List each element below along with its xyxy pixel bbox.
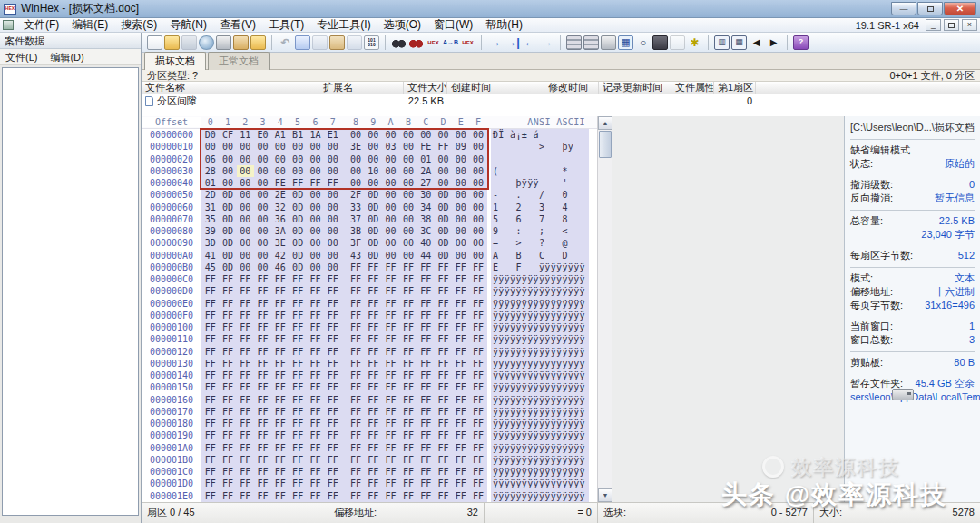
hex-byte[interactable]: FF: [254, 333, 271, 345]
hex-byte[interactable]: FF: [399, 466, 416, 478]
hex-byte[interactable]: FF: [417, 442, 435, 454]
hex-byte[interactable]: FF: [289, 418, 306, 429]
hex-byte[interactable]: FF: [365, 466, 382, 478]
hex-byte[interactable]: FF: [219, 429, 236, 441]
hex-byte[interactable]: FF: [435, 321, 452, 333]
ascii-text[interactable]: 9 : ; <: [491, 225, 589, 237]
hex-byte[interactable]: 00: [452, 129, 469, 141]
hex-byte[interactable]: FF: [417, 333, 435, 345]
hex-byte[interactable]: FF: [254, 346, 271, 358]
ascii-text[interactable]: ÐÏ à¡± á: [491, 129, 589, 141]
hex-byte[interactable]: 45: [201, 262, 219, 273]
hex-byte[interactable]: 00: [254, 189, 271, 201]
hex-byte[interactable]: FF: [365, 478, 382, 489]
hex-byte[interactable]: 00: [347, 165, 364, 177]
hex-byte[interactable]: FF: [469, 466, 486, 478]
hex-byte[interactable]: FF: [237, 273, 254, 285]
hex-byte[interactable]: 0D: [435, 213, 452, 225]
hex-byte[interactable]: 0D: [289, 189, 306, 201]
hex-byte[interactable]: FF: [435, 370, 452, 381]
hex-byte[interactable]: FF: [365, 490, 382, 502]
hex-byte[interactable]: FE: [271, 177, 289, 189]
hex-byte[interactable]: 28: [201, 165, 219, 177]
hex-byte[interactable]: 00: [399, 141, 416, 153]
hex-byte[interactable]: FF: [365, 370, 382, 381]
hex-byte[interactable]: 34: [417, 202, 435, 213]
hex-byte[interactable]: FF: [219, 418, 236, 429]
hex-byte[interactable]: 3F: [347, 237, 364, 249]
column-header[interactable]: 创建时间: [447, 82, 544, 94]
hex-byte[interactable]: FF: [452, 298, 469, 310]
hex-byte[interactable]: FF: [219, 406, 236, 418]
hex-byte[interactable]: FF: [201, 370, 219, 381]
tab-损坏文档[interactable]: 损坏文档: [144, 52, 206, 70]
hex-byte[interactable]: FF: [347, 478, 364, 489]
hex-byte[interactable]: 00: [347, 177, 364, 189]
column-header[interactable]: 文件大小: [404, 82, 447, 94]
hex-byte[interactable]: FF: [324, 298, 341, 310]
hex-byte[interactable]: 0D: [435, 189, 452, 201]
ascii-text[interactable]: [491, 153, 589, 165]
menu-item[interactable]: 导航(N): [163, 18, 213, 31]
hex-byte[interactable]: FF: [307, 285, 324, 297]
menu-item[interactable]: 文件(F): [17, 18, 65, 31]
hex-byte[interactable]: FF: [324, 429, 341, 441]
hex-byte[interactable]: FF: [382, 273, 399, 285]
hex-byte[interactable]: 00: [452, 237, 469, 249]
hex-byte[interactable]: FF: [399, 310, 416, 321]
hex-byte[interactable]: FF: [399, 321, 416, 333]
mdi-minimize-button[interactable]: _: [926, 19, 941, 31]
hex-byte[interactable]: FF: [219, 466, 236, 478]
hex-byte[interactable]: FF: [324, 454, 341, 466]
hex-byte[interactable]: 00: [289, 153, 306, 165]
column-header[interactable]: 文件名称: [142, 82, 319, 94]
hex-byte[interactable]: FF: [289, 321, 306, 333]
ascii-text[interactable]: ÿÿÿÿÿÿÿÿÿÿÿÿÿÿÿÿ: [491, 478, 589, 489]
hex-byte[interactable]: FF: [289, 358, 306, 370]
hex-byte[interactable]: 00: [452, 189, 469, 201]
hex-byte[interactable]: FF: [324, 418, 341, 429]
hex-byte[interactable]: 31: [201, 202, 219, 213]
menu-item[interactable]: 编辑(E): [65, 18, 114, 31]
hex-byte[interactable]: FF: [347, 490, 364, 502]
hex-byte[interactable]: 0D: [365, 250, 382, 262]
hex-byte[interactable]: 2A: [417, 165, 435, 177]
case-menu-edit[interactable]: 编辑(D): [50, 51, 83, 63]
find-again-icon[interactable]: [408, 35, 424, 50]
hex-byte[interactable]: FF: [452, 490, 469, 502]
hex-byte[interactable]: FF: [254, 454, 271, 466]
hex-byte[interactable]: FF: [271, 406, 289, 418]
hex-byte[interactable]: FF: [324, 333, 341, 345]
hex-byte[interactable]: 43: [347, 250, 364, 262]
hex-byte[interactable]: FF: [347, 358, 364, 370]
hex-byte[interactable]: FF: [201, 478, 219, 489]
hex-byte[interactable]: FF: [435, 141, 452, 153]
hex-byte[interactable]: 00: [417, 129, 435, 141]
hex-byte[interactable]: FF: [237, 406, 254, 418]
hex-byte[interactable]: FF: [452, 285, 469, 297]
hex-byte[interactable]: CF: [219, 129, 236, 141]
hex-byte[interactable]: 03: [382, 141, 399, 153]
hex-byte[interactable]: 00: [399, 189, 416, 201]
hex-byte[interactable]: 30: [417, 189, 435, 201]
hex-byte[interactable]: FF: [365, 358, 382, 370]
hex-byte[interactable]: FF: [469, 418, 486, 429]
hex-byte[interactable]: FF: [201, 442, 219, 454]
hex-byte[interactable]: FF: [365, 381, 382, 393]
hex-byte[interactable]: FF: [201, 358, 219, 370]
hex-byte[interactable]: FF: [271, 273, 289, 285]
hex-byte[interactable]: FF: [324, 310, 341, 321]
hex-byte[interactable]: FF: [271, 442, 289, 454]
menu-item[interactable]: 查看(V): [213, 18, 262, 31]
hex-byte[interactable]: 00: [254, 225, 271, 237]
hex-byte[interactable]: FF: [469, 333, 486, 345]
hex-byte[interactable]: FF: [469, 358, 486, 370]
hex-byte[interactable]: FF: [289, 370, 306, 381]
hex-byte[interactable]: FF: [201, 273, 219, 285]
hex-byte[interactable]: 00: [382, 165, 399, 177]
hex-byte[interactable]: 00: [271, 165, 289, 177]
hex-byte[interactable]: FF: [435, 298, 452, 310]
hex-byte[interactable]: FF: [347, 442, 364, 454]
hex-byte[interactable]: 00: [399, 250, 416, 262]
hex-byte[interactable]: FF: [307, 429, 324, 441]
